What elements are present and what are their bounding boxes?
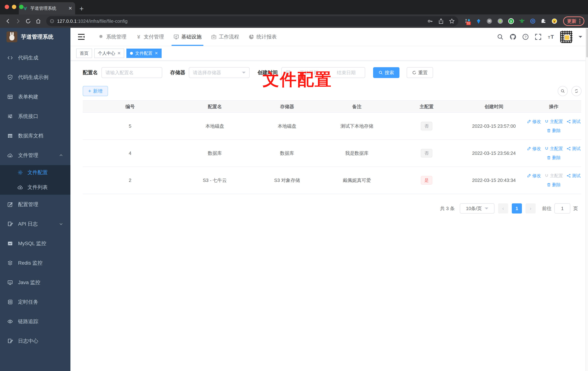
reload-button[interactable] [24, 17, 32, 25]
sidebar-item-log-center[interactable]: 日志中心 [0, 331, 70, 351]
nav-item-payment[interactable]: ¥ 支付管理 [131, 28, 169, 46]
update-button[interactable]: 更新 [563, 16, 584, 26]
user-avatar[interactable] [560, 31, 572, 43]
bookmark-star-icon[interactable] [449, 18, 455, 24]
table-row: 2 S3 - 七牛云 S3 对象存储 戴佩妮真可爱 是 2022-03-15 2… [83, 167, 581, 194]
sidebar-item-file-list[interactable]: 文件列表 [0, 180, 70, 195]
tag-tab-home[interactable]: 首页 [76, 49, 92, 58]
edit-link[interactable]: 修改 [527, 146, 541, 151]
github-icon[interactable] [510, 34, 516, 40]
sidebar-item-api-log[interactable]: API 日志 [0, 214, 70, 234]
extension-icons: 11 ⌘ y [462, 18, 560, 25]
sidebar-item-code-example[interactable]: 代码生成示例 [0, 68, 70, 87]
help-icon[interactable]: ? [522, 34, 529, 40]
master-config-link[interactable]: 主配置 [545, 119, 563, 125]
tag-close-icon[interactable]: ✕ [155, 51, 158, 56]
browser-tab[interactable]: 芋道管理系统 ✕ [19, 2, 75, 14]
sidebar-logo[interactable]: 芋道管理系统 [0, 28, 70, 46]
sidebar-item-trace[interactable]: 链路追踪 [0, 312, 70, 331]
sidebar-item-java-monitor[interactable]: Java 监控 [0, 273, 70, 292]
sidebar-item-file-config[interactable]: 文件配置 [0, 165, 70, 180]
fullscreen-icon[interactable] [535, 34, 541, 40]
next-page-button[interactable]: › [525, 203, 536, 213]
sidebar-submenu-file: 文件配置 文件列表 [0, 165, 70, 195]
sidebar-item-system-api[interactable]: 系统接口 [0, 106, 70, 126]
refresh-table-button[interactable] [571, 86, 581, 96]
sidebar-item-label: 代码生成示例 [18, 74, 48, 81]
test-link[interactable]: 测试 [567, 173, 581, 179]
tag-close-icon[interactable]: ✕ [117, 51, 121, 56]
password-key-icon[interactable] [427, 18, 433, 24]
share-icon[interactable] [438, 18, 444, 24]
prev-page-button[interactable]: ‹ [498, 203, 508, 213]
collapse-sidebar-button[interactable] [74, 34, 88, 40]
master-config-link[interactable]: 主配置 [545, 146, 563, 151]
share-nodes-icon [567, 119, 571, 124]
test-link[interactable]: 测试 [567, 119, 581, 125]
cell-remark: 戴佩妮真可爱 [322, 177, 392, 183]
nav-item-infrastructure[interactable]: 基础设施 [169, 28, 206, 46]
nav-item-workflow[interactable]: 工作流程 [206, 28, 244, 46]
col-header-ops: 操作 [526, 104, 581, 110]
show-search-button[interactable] [558, 86, 568, 96]
scrollbar-thumb[interactable] [586, 29, 588, 57]
extensions-puzzle-icon[interactable] [540, 18, 547, 25]
sidebar-item-config-management[interactable]: 配置管理 [0, 195, 70, 214]
forward-button[interactable] [14, 17, 22, 25]
tag-tab-file-config[interactable]: 文件配置 ✕ [126, 49, 161, 58]
extension-grid-gem-icon[interactable]: 11 [464, 18, 471, 25]
sidebar-item-form-builder[interactable]: 表单构建 [0, 87, 70, 106]
test-link[interactable]: 测试 [567, 146, 581, 151]
extension-spinner-icon[interactable] [475, 18, 482, 25]
sidebar-item-file-management[interactable]: 文件管理 [0, 146, 70, 165]
site-info-icon[interactable] [50, 19, 54, 23]
window-minimize-button[interactable] [12, 5, 16, 9]
home-button[interactable] [34, 17, 43, 25]
add-button[interactable]: + 新增 [83, 86, 108, 96]
current-page-button[interactable]: 1 [512, 203, 522, 213]
browser-tab-close-icon[interactable]: ✕ [68, 6, 72, 11]
extension-emoji-icon[interactable] [551, 18, 558, 25]
delete-link[interactable]: 删除 [547, 128, 561, 134]
browser-menu-icon[interactable] [579, 19, 580, 23]
goto-page-input[interactable]: 1 [554, 203, 570, 213]
delete-link[interactable]: 删除 [547, 182, 561, 188]
tag-tab-profile[interactable]: 个人中心 ✕ [94, 49, 124, 58]
extension-star-icon[interactable] [518, 18, 525, 25]
extension-gray-dot-icon[interactable] [497, 18, 504, 25]
sidebar-item-code-generation[interactable]: 代码生成 [0, 48, 70, 68]
back-button[interactable] [4, 17, 12, 25]
storage-select[interactable]: 请选择存储器 [189, 67, 250, 78]
search-icon [378, 70, 383, 75]
logo-avatar [7, 32, 17, 42]
page-scrollbar[interactable] [586, 28, 588, 371]
extension-eye-icon[interactable] [529, 18, 536, 25]
monitor-check-icon [173, 34, 179, 40]
cell-storage: 本地磁盘 [252, 123, 322, 129]
sidebar-item-db-doc[interactable]: 数据库文档 [0, 126, 70, 146]
master-config-link[interactable]: 主配置 [545, 173, 563, 179]
reset-button[interactable]: 重置 [407, 67, 433, 78]
extension-y-icon[interactable]: y [507, 18, 515, 25]
search-button[interactable]: 搜索 [373, 67, 399, 78]
window-zoom-button[interactable] [19, 5, 23, 9]
nav-item-report[interactable]: 统计报表 [244, 28, 281, 46]
avatar-caret-icon[interactable] [579, 36, 582, 40]
extension-command-icon[interactable]: ⌘ [486, 18, 493, 25]
nav-item-system[interactable]: 系统管理 [94, 28, 131, 46]
sidebar-item-scheduled-task[interactable]: 定时任务 [0, 292, 70, 312]
page-size-select[interactable]: 10条/页 [460, 203, 494, 213]
sidebar-item-mysql-monitor[interactable]: MySQL 监控 [0, 234, 70, 253]
config-name-input[interactable]: 请输入配置名 [102, 67, 162, 78]
address-bar[interactable]: 127.0.0.1:1024/infra/file/file-config [46, 16, 458, 26]
edit-link[interactable]: 修改 [527, 119, 541, 125]
sidebar-item-redis-monitor[interactable]: Redis 监控 [0, 253, 70, 273]
filter-form: 配置名 请输入配置名 存储器 请选择存储器 创建时间 开始日期 - 结束日期 [83, 67, 582, 78]
font-size-icon[interactable]: TT [547, 34, 554, 40]
window-close-button[interactable] [5, 5, 9, 9]
new-tab-button[interactable]: + [79, 5, 84, 12]
search-icon[interactable] [497, 34, 504, 40]
delete-link[interactable]: 删除 [547, 155, 561, 160]
edit-link[interactable]: 修改 [527, 173, 541, 179]
cell-create-time: 2022-03-15 23:56:24 [462, 150, 526, 156]
